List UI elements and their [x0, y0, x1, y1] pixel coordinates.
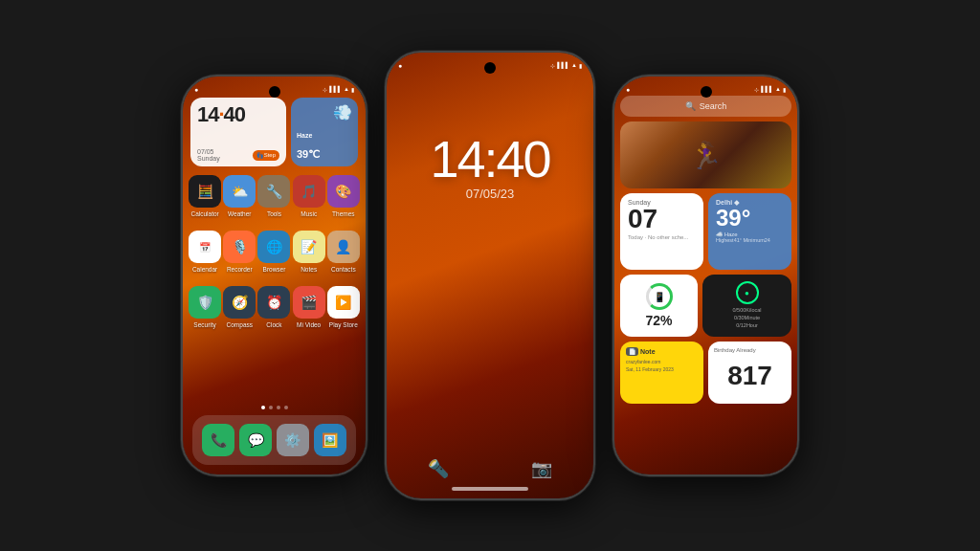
- widget-weather-3[interactable]: Delhi ◆ 39° ☁️ Haze Highest41° Minimum24: [708, 193, 791, 270]
- dock-phone[interactable]: 📞: [201, 424, 235, 456]
- step-label: Step: [264, 152, 276, 158]
- wifi-icon: ▲: [344, 86, 349, 92]
- widgets-row-4: 📄 Note crazyfanlee.com Sat, 11 February …: [620, 342, 791, 404]
- cal-note: Today · No other sche...: [628, 234, 696, 240]
- playstore-icon: ▶️: [327, 286, 360, 319]
- signal-icon: ▌▌▌: [329, 86, 342, 92]
- dock-settings[interactable]: ⚙️: [276, 424, 310, 456]
- browser-icon: 🌐: [257, 231, 290, 263]
- widgets-screen: 🔍 Search 🏃‍♀️ Sunday 07 Today · No other…: [614, 77, 797, 474]
- note-icon: 📄: [626, 347, 638, 356]
- wifi-icon-2: ▲: [571, 62, 577, 68]
- app-mivideo[interactable]: 🎬 Mi Video: [292, 286, 326, 328]
- phone3: ● ⊹ ▌▌▌ ▲ ▮ 🔍 Search 🏃‍♀️: [612, 75, 799, 476]
- clock-time: 14·40: [197, 102, 279, 127]
- clock-icon: ⏰: [257, 286, 290, 319]
- battery-ring: 📱: [646, 283, 673, 310]
- dot-3: [277, 406, 280, 409]
- app-tools[interactable]: 🔧 Tools: [256, 175, 291, 217]
- widget-birthday[interactable]: Birthday Already 817: [708, 342, 791, 404]
- app-browser[interactable]: 🌐 Browser: [256, 231, 291, 273]
- power-button[interactable]: [366, 172, 368, 220]
- themes-icon: 🎨: [327, 175, 360, 208]
- widgets-row-2: Sunday 07 Today · No other sche... Delhi…: [620, 193, 791, 270]
- bluetooth-icon: ⊹: [323, 86, 327, 93]
- widget-battery[interactable]: 📱 72%: [620, 275, 698, 337]
- search-label: Search: [700, 101, 727, 111]
- settings-icon: ⚙️: [277, 424, 309, 456]
- dot-2: [269, 406, 273, 409]
- mivideo-icon: 🎬: [293, 286, 325, 319]
- tools-icon: 🔧: [257, 175, 290, 208]
- flashlight-icon[interactable]: 🔦: [428, 458, 449, 479]
- dock-gallery[interactable]: 🖼️: [313, 424, 347, 456]
- photo-widget[interactable]: 🏃‍♀️: [620, 121, 791, 188]
- phone-icon: 📞: [202, 424, 234, 456]
- signal-icon-3: ▌▌▌: [761, 86, 773, 92]
- clock-day: Sunday: [197, 155, 220, 162]
- recorder-icon: 🎙️: [223, 231, 256, 263]
- status-icons-3: ⊹ ▌▌▌ ▲ ▮: [754, 86, 786, 93]
- battery-icon-2: ▮: [579, 62, 582, 69]
- app-playstore[interactable]: ▶️ Play Store: [326, 286, 361, 328]
- weather-temp-3: 39°: [716, 207, 784, 230]
- widget-clock[interactable]: 14·40 07/05 Sunday 👣 Step: [190, 98, 286, 166]
- calendar-icon: 📅: [189, 231, 221, 263]
- clock-hour: 14: [197, 102, 218, 126]
- widget-note[interactable]: 📄 Note crazyfanlee.com Sat, 11 February …: [620, 342, 703, 404]
- clock-bottom: 07/05 Sunday 👣 Step: [197, 148, 279, 162]
- search-bar[interactable]: 🔍 Search: [620, 96, 791, 117]
- app-calculator[interactable]: 🧮 Calculator: [188, 175, 222, 217]
- phone2: ● ⊹ ▌▌▌ ▲ ▮ 14:40 07/05/23 🔦 📷: [385, 51, 595, 500]
- contacts-icon: 👤: [327, 231, 360, 263]
- app-clock[interactable]: ⏰ Clock: [256, 286, 291, 328]
- home-indicator: [452, 487, 528, 491]
- dock-messages[interactable]: 💬: [238, 424, 273, 456]
- status-signal-3: ●: [626, 86, 630, 93]
- punch-hole: [269, 86, 280, 98]
- widget-weather-1[interactable]: 💨 Haze 39℃: [291, 98, 358, 166]
- phone3-wrapper: ● ⊹ ▌▌▌ ▲ ▮ 🔍 Search 🏃‍♀️: [612, 75, 799, 476]
- power-button-2[interactable]: [593, 148, 595, 196]
- status-signal-2: ●: [398, 62, 402, 69]
- app-weather[interactable]: ⛅ Weather: [222, 175, 256, 217]
- app-music[interactable]: 🎵 Music: [292, 175, 326, 217]
- music-icon: 🎵: [293, 175, 325, 208]
- app-security[interactable]: 🛡️ Security: [188, 286, 222, 328]
- widget-calendar[interactable]: Sunday 07 Today · No other sche...: [620, 193, 703, 270]
- fitness-stats: 0/500Kilocal 0/30Minute 0/12Hour: [733, 307, 762, 329]
- status-icons-2: ⊹ ▌▌▌ ▲ ▮: [550, 62, 582, 69]
- note-content: crazyfanlee.com Sat, 11 February 2023: [626, 359, 698, 373]
- dot-1: [261, 406, 265, 409]
- calculator-icon: 🧮: [189, 175, 221, 208]
- battery-icon: ▮: [351, 86, 354, 93]
- dot-4: [284, 406, 288, 409]
- note-title: 📄 Note: [626, 347, 698, 356]
- gallery-icon: 🖼️: [314, 424, 346, 456]
- phone1-wrapper: ● ⊹ ▌▌▌ ▲ ▮ 14·40 07/05 Sunday: [181, 75, 368, 476]
- app-grid: 🧮 Calculator ⛅ Weather 🔧 Tools 🎵 Music 🎨: [188, 175, 361, 342]
- clock-date: 07/05: [197, 148, 220, 155]
- wifi-icon-3: ▲: [775, 86, 781, 92]
- widgets-row-top: 14·40 07/05 Sunday 👣 Step 💨 Haze 39℃: [190, 98, 358, 166]
- camera-icon[interactable]: 📷: [531, 458, 552, 479]
- step-widget[interactable]: 👣 Step: [253, 150, 279, 161]
- app-recorder[interactable]: 🎙️ Recorder: [222, 231, 256, 273]
- app-contacts[interactable]: 👤 Contacts: [326, 231, 361, 273]
- app-calendar[interactable]: 📅 Calendar: [188, 231, 222, 273]
- clock-date-info: 07/05 Sunday: [197, 148, 220, 162]
- widgets-row-3: 📱 72% ● 0/500Kilocal 0/30Minute 0/12Hour: [620, 275, 791, 337]
- punch-hole-2: [484, 62, 496, 74]
- weather-name: Haze: [297, 132, 352, 139]
- phone2-wrapper: ● ⊹ ▌▌▌ ▲ ▮ 14:40 07/05/23 🔦 📷: [385, 51, 595, 500]
- cal-num: 07: [628, 206, 696, 232]
- app-notes[interactable]: 📝 Notes: [292, 231, 326, 273]
- lockscreen-bottom: 🔦 📷: [387, 458, 593, 479]
- app-themes[interactable]: 🎨 Themes: [326, 175, 361, 217]
- widget-fitness[interactable]: ● 0/500Kilocal 0/30Minute 0/12Hour: [702, 275, 791, 337]
- app-compass[interactable]: 🧭 Compass: [222, 286, 256, 328]
- page-dots: [183, 406, 366, 409]
- bluetooth-icon-3: ⊹: [754, 86, 759, 93]
- power-button-3[interactable]: [797, 172, 799, 220]
- lockscreen-date: 07/05/23: [387, 187, 593, 201]
